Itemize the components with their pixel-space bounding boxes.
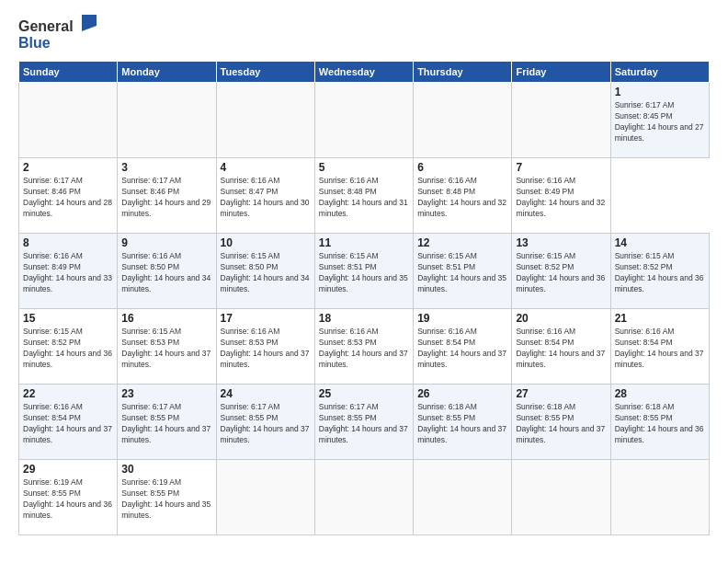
logo-blue-text: Blue [18, 35, 51, 51]
cell-info: Sunrise: 6:16 AMSunset: 8:49 PMDaylight:… [516, 176, 605, 218]
day-number: 12 [417, 236, 507, 249]
day-header-friday: Friday [512, 62, 610, 83]
day-number: 30 [121, 463, 211, 476]
calendar-cell-day-25: 25Sunrise: 6:17 AMSunset: 8:55 PMDayligh… [314, 385, 413, 460]
day-number: 13 [516, 236, 606, 249]
calendar-cell-day-2: 2Sunrise: 6:17 AMSunset: 8:46 PMDaylight… [19, 158, 118, 234]
day-number: 7 [516, 161, 606, 174]
calendar-week-2: 2Sunrise: 6:17 AMSunset: 8:46 PMDaylight… [19, 158, 710, 234]
calendar-cell-day-23: 23Sunrise: 6:17 AMSunset: 8:55 PMDayligh… [118, 385, 216, 460]
day-header-sunday: Sunday [19, 62, 118, 83]
cell-info: Sunrise: 6:17 AMSunset: 8:46 PMDaylight:… [23, 176, 112, 218]
cell-info: Sunrise: 6:17 AMSunset: 8:45 PMDaylight:… [615, 100, 704, 143]
empty-cell [314, 83, 413, 158]
cell-info: Sunrise: 6:15 AMSunset: 8:50 PMDaylight:… [221, 251, 310, 293]
empty-cell [19, 83, 118, 158]
calendar-week-6: 29Sunrise: 6:19 AMSunset: 8:55 PMDayligh… [19, 460, 710, 535]
day-number: 19 [417, 312, 507, 325]
calendar-page: General Blue SundayMondayTuesdayWednesda… [0, 0, 728, 563]
cell-info: Sunrise: 6:17 AMSunset: 8:55 PMDaylight:… [319, 402, 408, 444]
calendar-cell-day-14: 14Sunrise: 6:15 AMSunset: 8:52 PMDayligh… [610, 234, 709, 309]
calendar-cell-day-9: 9Sunrise: 6:16 AMSunset: 8:50 PMDaylight… [118, 234, 216, 309]
calendar-cell-day-12: 12Sunrise: 6:15 AMSunset: 8:51 PMDayligh… [414, 234, 512, 309]
cell-info: Sunrise: 6:18 AMSunset: 8:55 PMDaylight:… [615, 402, 704, 444]
empty-cell [216, 460, 314, 535]
logo: General Blue [18, 15, 97, 52]
cell-info: Sunrise: 6:15 AMSunset: 8:52 PMDaylight:… [516, 251, 605, 293]
cell-info: Sunrise: 6:19 AMSunset: 8:55 PMDaylight:… [121, 477, 210, 520]
cell-info: Sunrise: 6:17 AMSunset: 8:46 PMDaylight:… [121, 176, 210, 218]
day-number: 5 [319, 161, 409, 174]
empty-cell [512, 460, 610, 535]
calendar-cell-day-19: 19Sunrise: 6:16 AMSunset: 8:54 PMDayligh… [414, 309, 512, 385]
day-header-thursday: Thursday [414, 62, 512, 83]
cell-info: Sunrise: 6:15 AMSunset: 8:51 PMDaylight:… [319, 251, 408, 293]
calendar-cell-day-15: 15Sunrise: 6:15 AMSunset: 8:52 PMDayligh… [19, 309, 118, 385]
calendar-cell-day-24: 24Sunrise: 6:17 AMSunset: 8:55 PMDayligh… [216, 385, 314, 460]
day-number: 14 [615, 236, 705, 249]
cell-info: Sunrise: 6:17 AMSunset: 8:55 PMDaylight:… [221, 402, 310, 444]
cell-info: Sunrise: 6:15 AMSunset: 8:52 PMDaylight:… [23, 327, 112, 369]
day-number: 17 [221, 312, 311, 325]
calendar-header-row: SundayMondayTuesdayWednesdayThursdayFrid… [19, 62, 710, 83]
cell-info: Sunrise: 6:16 AMSunset: 8:47 PMDaylight:… [221, 176, 310, 218]
cell-info: Sunrise: 6:19 AMSunset: 8:55 PMDaylight:… [23, 477, 112, 520]
calendar-cell-day-8: 8Sunrise: 6:16 AMSunset: 8:49 PMDaylight… [19, 234, 118, 309]
calendar-cell-day-11: 11Sunrise: 6:15 AMSunset: 8:51 PMDayligh… [314, 234, 413, 309]
logo-icon [76, 15, 97, 31]
empty-cell [414, 460, 512, 535]
cell-info: Sunrise: 6:16 AMSunset: 8:54 PMDaylight:… [23, 402, 112, 444]
day-number: 29 [23, 463, 113, 476]
day-number: 27 [516, 387, 606, 400]
cell-info: Sunrise: 6:16 AMSunset: 8:54 PMDaylight:… [516, 327, 605, 369]
calendar-cell-day-7: 7Sunrise: 6:16 AMSunset: 8:49 PMDaylight… [512, 158, 610, 234]
empty-cell [216, 83, 314, 158]
calendar-week-1: 1Sunrise: 6:17 AMSunset: 8:45 PMDaylight… [19, 83, 710, 158]
empty-cell [512, 83, 610, 158]
calendar-cell-day-27: 27Sunrise: 6:18 AMSunset: 8:55 PMDayligh… [512, 385, 610, 460]
cell-info: Sunrise: 6:16 AMSunset: 8:53 PMDaylight:… [221, 327, 310, 369]
cell-info: Sunrise: 6:16 AMSunset: 8:48 PMDaylight:… [319, 176, 408, 218]
calendar-table: SundayMondayTuesdayWednesdayThursdayFrid… [18, 61, 710, 535]
day-number: 2 [23, 161, 113, 174]
calendar-week-5: 22Sunrise: 6:16 AMSunset: 8:54 PMDayligh… [19, 385, 710, 460]
calendar-body: 1Sunrise: 6:17 AMSunset: 8:45 PMDaylight… [19, 83, 710, 535]
cell-info: Sunrise: 6:16 AMSunset: 8:54 PMDaylight:… [417, 327, 506, 369]
day-number: 9 [121, 236, 211, 249]
day-number: 16 [121, 312, 211, 325]
day-header-saturday: Saturday [610, 62, 709, 83]
day-number: 22 [23, 387, 113, 400]
day-number: 26 [417, 387, 507, 400]
cell-info: Sunrise: 6:18 AMSunset: 8:55 PMDaylight:… [417, 402, 506, 444]
cell-info: Sunrise: 6:18 AMSunset: 8:55 PMDaylight:… [516, 402, 605, 444]
day-number: 23 [121, 387, 211, 400]
page-header: General Blue [18, 15, 710, 52]
day-header-wednesday: Wednesday [314, 62, 413, 83]
empty-cell [118, 83, 216, 158]
cell-info: Sunrise: 6:16 AMSunset: 8:49 PMDaylight:… [23, 251, 112, 293]
day-number: 8 [23, 236, 113, 249]
empty-cell [610, 460, 709, 535]
calendar-week-4: 15Sunrise: 6:15 AMSunset: 8:52 PMDayligh… [19, 309, 710, 385]
svg-marker-0 [82, 15, 97, 31]
day-number: 15 [23, 312, 113, 325]
day-number: 6 [417, 161, 507, 174]
day-number: 21 [615, 312, 705, 325]
cell-info: Sunrise: 6:15 AMSunset: 8:53 PMDaylight:… [121, 327, 210, 369]
cell-info: Sunrise: 6:17 AMSunset: 8:55 PMDaylight:… [121, 402, 210, 444]
cell-info: Sunrise: 6:16 AMSunset: 8:54 PMDaylight:… [615, 327, 704, 369]
day-number: 24 [221, 387, 311, 400]
calendar-cell-day-18: 18Sunrise: 6:16 AMSunset: 8:53 PMDayligh… [314, 309, 413, 385]
empty-cell [314, 460, 413, 535]
cell-info: Sunrise: 6:16 AMSunset: 8:53 PMDaylight:… [319, 327, 408, 369]
calendar-cell-day-26: 26Sunrise: 6:18 AMSunset: 8:55 PMDayligh… [414, 385, 512, 460]
calendar-cell-day-28: 28Sunrise: 6:18 AMSunset: 8:55 PMDayligh… [610, 385, 709, 460]
day-number: 18 [319, 312, 409, 325]
day-number: 25 [319, 387, 409, 400]
day-number: 4 [221, 161, 311, 174]
calendar-cell-day-1: 1Sunrise: 6:17 AMSunset: 8:45 PMDaylight… [610, 83, 709, 158]
day-number: 10 [221, 236, 311, 249]
cell-info: Sunrise: 6:16 AMSunset: 8:50 PMDaylight:… [121, 251, 210, 293]
day-header-monday: Monday [118, 62, 216, 83]
calendar-cell-day-3: 3Sunrise: 6:17 AMSunset: 8:46 PMDaylight… [118, 158, 216, 234]
